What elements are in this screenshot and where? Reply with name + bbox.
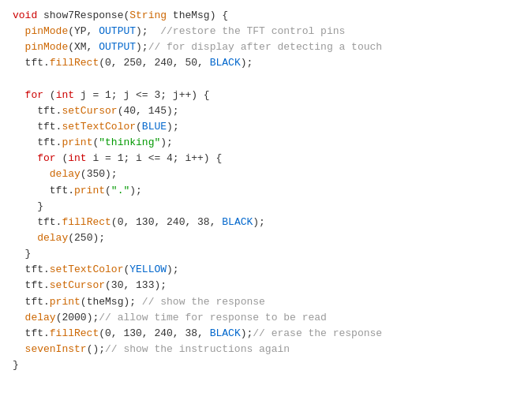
code-token: // erase the response: [253, 327, 382, 339]
code-token: (XM,: [68, 41, 99, 53]
code-line: tft.print(theMsg); // show the response: [13, 294, 519, 310]
code-token: fillRect: [50, 327, 99, 339]
code-token: BLACK: [210, 57, 241, 69]
code-token: (: [105, 185, 111, 196]
code-line: for (int j = 1; j <= 3; j++) {: [13, 88, 519, 103]
code-token: }: [13, 248, 31, 260]
code-token: sevenInstr: [25, 343, 87, 355]
code-token: print: [50, 296, 81, 308]
code-token: );: [167, 264, 179, 275]
code-token: fillRect: [50, 57, 99, 69]
code-token: tft.: [13, 216, 62, 228]
code-line: sevenInstr();// show the instructions ag…: [13, 342, 519, 357]
code-token: tft.: [13, 327, 50, 339]
code-token: setCursor: [62, 105, 117, 117]
code-token: // show the response: [142, 296, 265, 308]
code-line: }: [13, 357, 519, 373]
code-token: tft.: [13, 57, 50, 69]
code-token: (: [56, 152, 69, 164]
code-block: void show7Response(String theMsg) { pinM…: [13, 8, 519, 373]
code-token: tft.: [13, 185, 74, 196]
code-token: [13, 312, 25, 323]
code-token: tft.: [13, 105, 62, 117]
code-token: (30, 133);: [105, 279, 167, 291]
code-token: theMsg) {: [167, 9, 228, 21]
code-token: (YP,: [68, 25, 99, 37]
code-token: );: [241, 57, 253, 69]
code-container: void show7Response(String theMsg) { pinM…: [0, 0, 532, 400]
code-line: tft.print(".");: [13, 183, 519, 199]
code-line: tft.setTextColor(YELLOW);: [13, 262, 519, 278]
code-token: [13, 232, 37, 244]
code-token: [13, 343, 25, 355]
code-token: OUTPUT: [99, 41, 136, 53]
code-token: for: [37, 152, 55, 164]
code-token: [13, 25, 25, 37]
code-token: tft.: [13, 121, 62, 133]
code-token: pinMode: [25, 41, 69, 53]
code-token: delay: [50, 168, 81, 180]
code-token: );: [129, 185, 142, 196]
code-token: print: [62, 136, 92, 148]
code-line: void show7Response(String theMsg) {: [13, 8, 519, 24]
code-token: setTextColor: [50, 264, 124, 275]
code-token: BLUE: [142, 121, 167, 133]
code-line: tft.print("thinking");: [13, 135, 519, 151]
code-token: (0, 130, 240, 38,: [99, 327, 209, 339]
code-token: tft.: [13, 264, 50, 275]
code-token: (0, 130, 240, 38,: [111, 216, 222, 228]
code-token: (2000);: [56, 312, 99, 323]
code-token: OUTPUT: [99, 25, 136, 37]
code-token: YELLOW: [129, 264, 167, 275]
code-line: pinMode(XM, OUTPUT);// for display after…: [13, 39, 519, 55]
code-token: (theMsg);: [81, 296, 142, 308]
code-line: delay(2000);// allow time for response t…: [13, 310, 519, 326]
code-token: // allow time for response to be read: [99, 312, 327, 323]
code-token: //restore the TFT control pins: [160, 25, 345, 37]
code-line: [13, 72, 519, 88]
code-line: tft.fillRect(0, 130, 240, 38, BLACK);// …: [13, 326, 519, 342]
code-line: pinMode(YP, OUTPUT); //restore the TFT c…: [13, 24, 519, 39]
code-line: for (int i = 1; i <= 4; i++) {: [13, 151, 519, 166]
code-token: int: [68, 152, 86, 164]
code-token: BLACK: [210, 327, 241, 339]
code-token: );: [241, 327, 253, 339]
code-token: String: [129, 9, 167, 21]
code-token: fillRect: [62, 216, 111, 228]
code-line: tft.fillRect(0, 250, 240, 50, BLACK);: [13, 55, 519, 71]
code-token: // for display after detecting a touch: [148, 41, 382, 53]
code-token: for: [25, 89, 43, 101]
code-token: i = 1; i <= 4; i++) {: [87, 152, 223, 164]
code-token: );: [160, 136, 173, 148]
code-token: [13, 168, 50, 180]
code-line: tft.setTextColor(BLUE);: [13, 119, 519, 135]
code-token: tft.: [13, 279, 50, 291]
code-token: pinMode: [25, 25, 69, 37]
code-line: delay(350);: [13, 166, 519, 182]
code-token: }: [13, 359, 19, 371]
code-line: tft.setCursor(30, 133);: [13, 278, 519, 293]
code-token: tft.: [13, 296, 50, 308]
code-token: print: [74, 185, 105, 196]
code-token: }: [13, 200, 43, 212]
code-token: );: [136, 25, 160, 37]
code-token: show7Response(: [37, 9, 129, 21]
code-token: setTextColor: [62, 121, 136, 133]
code-line: }: [13, 246, 519, 262]
code-token: BLACK: [222, 216, 253, 228]
code-token: void: [13, 9, 37, 21]
code-token: [13, 152, 37, 164]
code-token: delay: [25, 312, 56, 323]
code-token: int: [56, 89, 74, 101]
code-line: delay(250);: [13, 230, 519, 246]
code-token: delay: [37, 232, 68, 244]
code-token: ();: [87, 343, 105, 355]
code-token: );: [136, 41, 148, 53]
code-token: (40, 145);: [118, 105, 179, 117]
code-token: [13, 41, 25, 53]
code-token: setCursor: [50, 279, 105, 291]
code-token: (250);: [68, 232, 105, 244]
code-token: [13, 89, 25, 101]
code-token: (350);: [81, 168, 118, 180]
code-token: // show the instructions again: [105, 343, 290, 355]
